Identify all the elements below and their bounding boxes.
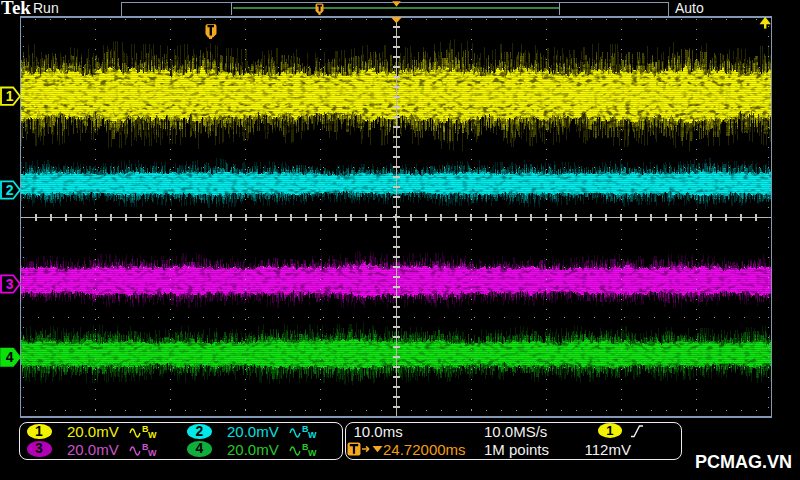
svg-text:W: W — [148, 448, 157, 458]
svg-text:W: W — [308, 448, 317, 458]
svg-text:1: 1 — [6, 88, 14, 104]
svg-text:2: 2 — [6, 182, 14, 198]
svg-text:4: 4 — [6, 349, 14, 365]
svg-text:W: W — [308, 430, 317, 440]
svg-text:W: W — [148, 430, 157, 440]
svg-text:3: 3 — [6, 276, 14, 292]
